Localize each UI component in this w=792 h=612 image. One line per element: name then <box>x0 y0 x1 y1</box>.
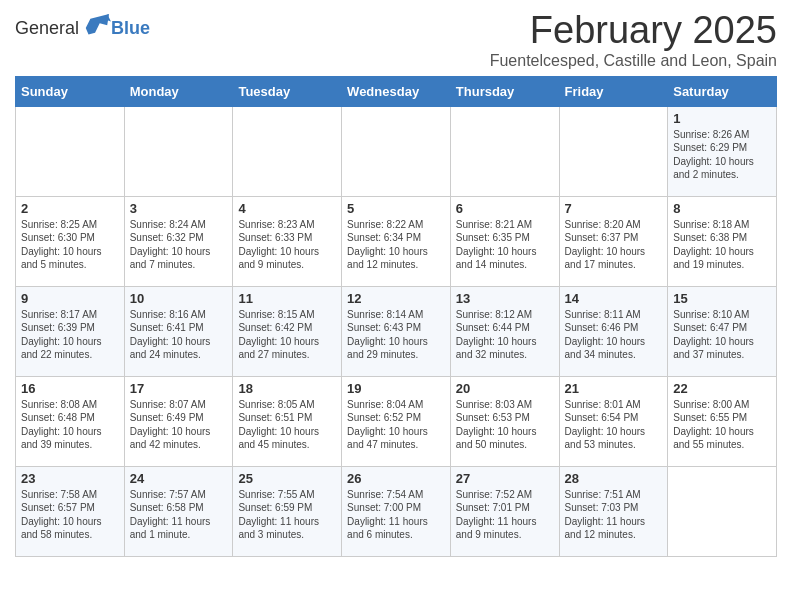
day-cell: 22Sunrise: 8:00 AM Sunset: 6:55 PM Dayli… <box>668 376 777 466</box>
day-number: 21 <box>565 381 663 396</box>
day-cell: 14Sunrise: 8:11 AM Sunset: 6:46 PM Dayli… <box>559 286 668 376</box>
week-row-3: 9Sunrise: 8:17 AM Sunset: 6:39 PM Daylig… <box>16 286 777 376</box>
day-cell: 3Sunrise: 8:24 AM Sunset: 6:32 PM Daylig… <box>124 196 233 286</box>
day-info: Sunrise: 8:07 AM Sunset: 6:49 PM Dayligh… <box>130 398 228 452</box>
day-number: 28 <box>565 471 663 486</box>
day-cell <box>124 106 233 196</box>
title-area: February 2025 Fuentelcesped, Castille an… <box>490 10 777 70</box>
day-info: Sunrise: 8:08 AM Sunset: 6:48 PM Dayligh… <box>21 398 119 452</box>
header-area: General Blue February 2025 Fuentelcesped… <box>15 10 777 70</box>
day-number: 2 <box>21 201 119 216</box>
weekday-header-monday: Monday <box>124 76 233 106</box>
day-cell <box>559 106 668 196</box>
day-info: Sunrise: 8:05 AM Sunset: 6:51 PM Dayligh… <box>238 398 336 452</box>
day-number: 12 <box>347 291 445 306</box>
day-cell: 5Sunrise: 8:22 AM Sunset: 6:34 PM Daylig… <box>342 196 451 286</box>
day-info: Sunrise: 7:51 AM Sunset: 7:03 PM Dayligh… <box>565 488 663 542</box>
day-number: 3 <box>130 201 228 216</box>
calendar-table: SundayMondayTuesdayWednesdayThursdayFrid… <box>15 76 777 557</box>
day-number: 8 <box>673 201 771 216</box>
day-number: 10 <box>130 291 228 306</box>
day-number: 11 <box>238 291 336 306</box>
day-number: 4 <box>238 201 336 216</box>
week-row-1: 1Sunrise: 8:26 AM Sunset: 6:29 PM Daylig… <box>16 106 777 196</box>
day-cell: 8Sunrise: 8:18 AM Sunset: 6:38 PM Daylig… <box>668 196 777 286</box>
weekday-header-tuesday: Tuesday <box>233 76 342 106</box>
day-cell: 21Sunrise: 8:01 AM Sunset: 6:54 PM Dayli… <box>559 376 668 466</box>
day-info: Sunrise: 8:22 AM Sunset: 6:34 PM Dayligh… <box>347 218 445 272</box>
month-title: February 2025 <box>490 10 777 52</box>
day-info: Sunrise: 7:54 AM Sunset: 7:00 PM Dayligh… <box>347 488 445 542</box>
day-cell: 12Sunrise: 8:14 AM Sunset: 6:43 PM Dayli… <box>342 286 451 376</box>
day-number: 9 <box>21 291 119 306</box>
weekday-header-friday: Friday <box>559 76 668 106</box>
day-cell: 9Sunrise: 8:17 AM Sunset: 6:39 PM Daylig… <box>16 286 125 376</box>
day-number: 27 <box>456 471 554 486</box>
day-info: Sunrise: 8:16 AM Sunset: 6:41 PM Dayligh… <box>130 308 228 362</box>
day-cell: 25Sunrise: 7:55 AM Sunset: 6:59 PM Dayli… <box>233 466 342 556</box>
day-info: Sunrise: 8:18 AM Sunset: 6:38 PM Dayligh… <box>673 218 771 272</box>
day-info: Sunrise: 8:17 AM Sunset: 6:39 PM Dayligh… <box>21 308 119 362</box>
day-cell <box>16 106 125 196</box>
day-info: Sunrise: 8:11 AM Sunset: 6:46 PM Dayligh… <box>565 308 663 362</box>
logo-text-general: General <box>15 18 79 39</box>
day-info: Sunrise: 8:14 AM Sunset: 6:43 PM Dayligh… <box>347 308 445 362</box>
day-info: Sunrise: 8:26 AM Sunset: 6:29 PM Dayligh… <box>673 128 771 182</box>
day-number: 22 <box>673 381 771 396</box>
day-number: 17 <box>130 381 228 396</box>
day-cell: 16Sunrise: 8:08 AM Sunset: 6:48 PM Dayli… <box>16 376 125 466</box>
day-cell: 11Sunrise: 8:15 AM Sunset: 6:42 PM Dayli… <box>233 286 342 376</box>
day-info: Sunrise: 8:21 AM Sunset: 6:35 PM Dayligh… <box>456 218 554 272</box>
day-cell <box>342 106 451 196</box>
day-cell: 24Sunrise: 7:57 AM Sunset: 6:58 PM Dayli… <box>124 466 233 556</box>
weekday-header-row: SundayMondayTuesdayWednesdayThursdayFrid… <box>16 76 777 106</box>
week-row-5: 23Sunrise: 7:58 AM Sunset: 6:57 PM Dayli… <box>16 466 777 556</box>
day-cell: 6Sunrise: 8:21 AM Sunset: 6:35 PM Daylig… <box>450 196 559 286</box>
day-info: Sunrise: 7:52 AM Sunset: 7:01 PM Dayligh… <box>456 488 554 542</box>
day-info: Sunrise: 8:15 AM Sunset: 6:42 PM Dayligh… <box>238 308 336 362</box>
day-number: 6 <box>456 201 554 216</box>
location-title: Fuentelcesped, Castille and Leon, Spain <box>490 52 777 70</box>
day-number: 19 <box>347 381 445 396</box>
day-info: Sunrise: 7:58 AM Sunset: 6:57 PM Dayligh… <box>21 488 119 542</box>
day-info: Sunrise: 8:24 AM Sunset: 6:32 PM Dayligh… <box>130 218 228 272</box>
weekday-header-wednesday: Wednesday <box>342 76 451 106</box>
logo: General Blue <box>15 14 150 42</box>
day-cell <box>233 106 342 196</box>
day-number: 15 <box>673 291 771 306</box>
logo-text-blue: Blue <box>111 18 150 39</box>
logo-bird-icon <box>81 14 111 42</box>
day-number: 20 <box>456 381 554 396</box>
day-info: Sunrise: 7:57 AM Sunset: 6:58 PM Dayligh… <box>130 488 228 542</box>
day-cell: 27Sunrise: 7:52 AM Sunset: 7:01 PM Dayli… <box>450 466 559 556</box>
day-number: 5 <box>347 201 445 216</box>
day-cell: 2Sunrise: 8:25 AM Sunset: 6:30 PM Daylig… <box>16 196 125 286</box>
week-row-2: 2Sunrise: 8:25 AM Sunset: 6:30 PM Daylig… <box>16 196 777 286</box>
day-number: 26 <box>347 471 445 486</box>
day-number: 24 <box>130 471 228 486</box>
day-info: Sunrise: 8:03 AM Sunset: 6:53 PM Dayligh… <box>456 398 554 452</box>
day-info: Sunrise: 8:10 AM Sunset: 6:47 PM Dayligh… <box>673 308 771 362</box>
day-info: Sunrise: 7:55 AM Sunset: 6:59 PM Dayligh… <box>238 488 336 542</box>
day-info: Sunrise: 8:01 AM Sunset: 6:54 PM Dayligh… <box>565 398 663 452</box>
day-cell: 28Sunrise: 7:51 AM Sunset: 7:03 PM Dayli… <box>559 466 668 556</box>
day-number: 18 <box>238 381 336 396</box>
day-info: Sunrise: 8:04 AM Sunset: 6:52 PM Dayligh… <box>347 398 445 452</box>
day-cell: 20Sunrise: 8:03 AM Sunset: 6:53 PM Dayli… <box>450 376 559 466</box>
day-info: Sunrise: 8:23 AM Sunset: 6:33 PM Dayligh… <box>238 218 336 272</box>
day-cell: 19Sunrise: 8:04 AM Sunset: 6:52 PM Dayli… <box>342 376 451 466</box>
day-cell: 15Sunrise: 8:10 AM Sunset: 6:47 PM Dayli… <box>668 286 777 376</box>
weekday-header-saturday: Saturday <box>668 76 777 106</box>
day-cell: 1Sunrise: 8:26 AM Sunset: 6:29 PM Daylig… <box>668 106 777 196</box>
weekday-header-thursday: Thursday <box>450 76 559 106</box>
day-number: 7 <box>565 201 663 216</box>
week-row-4: 16Sunrise: 8:08 AM Sunset: 6:48 PM Dayli… <box>16 376 777 466</box>
day-number: 23 <box>21 471 119 486</box>
day-cell: 10Sunrise: 8:16 AM Sunset: 6:41 PM Dayli… <box>124 286 233 376</box>
day-cell: 13Sunrise: 8:12 AM Sunset: 6:44 PM Dayli… <box>450 286 559 376</box>
day-number: 14 <box>565 291 663 306</box>
day-cell <box>450 106 559 196</box>
day-info: Sunrise: 8:25 AM Sunset: 6:30 PM Dayligh… <box>21 218 119 272</box>
day-info: Sunrise: 8:12 AM Sunset: 6:44 PM Dayligh… <box>456 308 554 362</box>
day-cell: 4Sunrise: 8:23 AM Sunset: 6:33 PM Daylig… <box>233 196 342 286</box>
